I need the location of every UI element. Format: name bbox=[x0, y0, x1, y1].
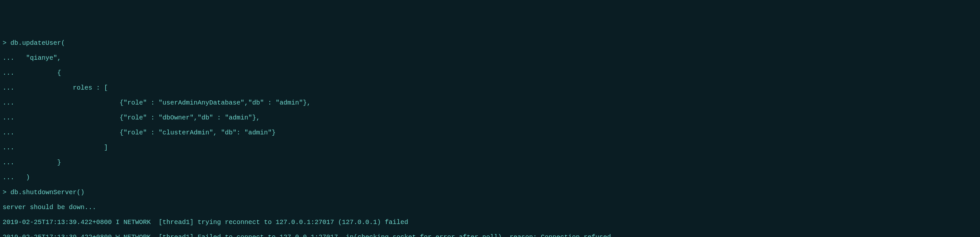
terminal-line: ... { bbox=[3, 69, 977, 77]
terminal-line: > db.shutdownServer() bbox=[3, 189, 977, 196]
terminal-line: ... } bbox=[3, 159, 977, 166]
terminal-line: 2019-02-25T17:13:39.422+0800 I NETWORK [… bbox=[3, 218, 977, 226]
terminal-line: ... ) bbox=[3, 174, 977, 181]
terminal-output[interactable]: > db.updateUser( ... "qianye", ... { ...… bbox=[3, 32, 977, 237]
terminal-line: server should be down... bbox=[3, 204, 977, 211]
terminal-line: ... "qianye", bbox=[3, 54, 977, 62]
terminal-line: ... roles : [ bbox=[3, 84, 977, 92]
terminal-line: ... {"role" : "dbOwner","db" : "admin"}, bbox=[3, 114, 977, 122]
terminal-line: ... {"role" : "clusterAdmin", "db": "adm… bbox=[3, 129, 977, 136]
terminal-line: > db.updateUser( bbox=[3, 39, 977, 47]
terminal-line: ... ] bbox=[3, 144, 977, 151]
terminal-line: 2019-02-25T17:13:39.422+0800 W NETWORK [… bbox=[3, 234, 977, 237]
terminal-line: ... {"role" : "userAdminAnyDatabase","db… bbox=[3, 99, 977, 106]
